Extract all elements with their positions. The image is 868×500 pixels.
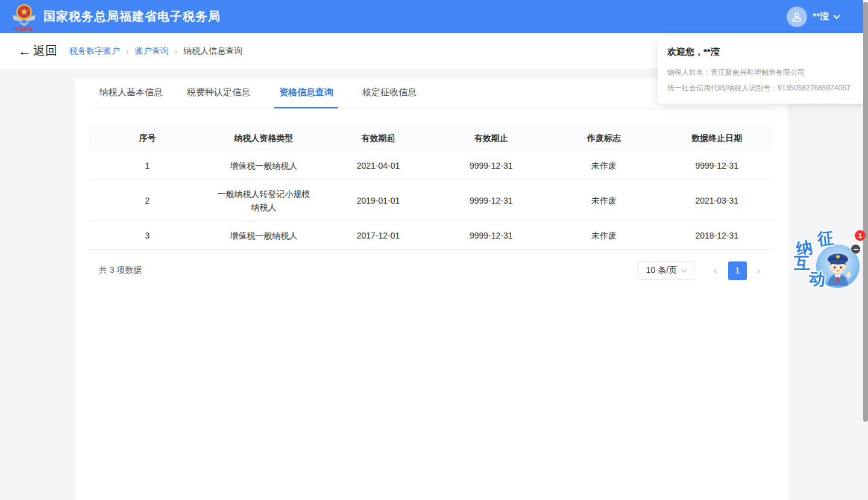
- table-footer: 共 3 项数据 10 条/页 ‹ 1 ›: [89, 261, 773, 280]
- table-cell: 2019-01-01: [322, 189, 435, 212]
- breadcrumb-current: 纳税人信息查询: [183, 46, 242, 57]
- credit-code-value: 91350582768597406T: [778, 84, 851, 92]
- breadcrumb-link-tax-digital-account[interactable]: 税务数字账户: [69, 46, 120, 57]
- widget-char-hu: 互: [794, 255, 810, 272]
- column-header-index: 序号: [89, 133, 206, 144]
- column-header-qualification-type: 纳税人资格类型: [206, 133, 322, 144]
- table-cell: 2018-12-31: [661, 224, 773, 247]
- welcome-greeting: 欢迎您，**滢: [667, 46, 857, 58]
- page-number-button[interactable]: 1: [728, 261, 747, 280]
- taxpayer-name-row: 纳税人姓名：晋江新南兴鞋塑制造有限公司: [667, 64, 857, 80]
- table-cell: 9999-12-31: [435, 189, 547, 212]
- svg-text:中国税务: 中国税务: [15, 27, 34, 32]
- tab-taxpayer-basic-info[interactable]: 纳税人基本信息: [99, 87, 163, 108]
- table-cell: 2: [89, 189, 206, 212]
- back-arrow-icon: ←: [18, 45, 31, 58]
- tab-qualification-query[interactable]: 资格信息查询: [274, 87, 338, 108]
- widget-char-zheng: 征: [817, 230, 835, 248]
- table-cell: 1: [89, 154, 206, 177]
- table-row: 3 增值税一般纳税人 2017-12-01 9999-12-31 未作废 201…: [89, 221, 773, 250]
- pagination: 10 条/页 ‹ 1 ›: [638, 261, 763, 280]
- table-cell: 未作废: [547, 189, 660, 212]
- table-row: 2 一般纳税人转登记小规模纳税人 2019-01-01 9999-12-31 未…: [89, 180, 773, 221]
- taxpayer-name-value: 晋江新南兴鞋塑制造有限公司: [711, 68, 805, 77]
- taxpayer-name-label: 纳税人姓名：: [667, 68, 711, 77]
- breadcrumb-link-account-query[interactable]: 账户查询: [135, 46, 169, 57]
- page-size-select[interactable]: 10 条/页: [638, 261, 694, 280]
- column-header-valid-to: 有效期止: [435, 133, 547, 144]
- table-cell: 未作废: [547, 224, 660, 247]
- table-cell: 未作废: [547, 154, 660, 177]
- page-size-value: 10 条/页: [646, 265, 677, 276]
- table-cell: 增值税一般纳税人: [206, 154, 322, 177]
- person-icon: [791, 11, 803, 23]
- content-card: 纳税人基本信息 税费种认定信息 资格信息查询 核定征收信息 序号 纳税人资格类型…: [75, 78, 788, 500]
- credit-code-row: 统一社会信用代码/纳税人识别号：91350582768597406T: [667, 80, 857, 96]
- tab-assessed-collection[interactable]: 核定征收信息: [362, 87, 417, 108]
- minimize-button[interactable]: [851, 244, 861, 254]
- app-title: 国家税务总局福建省电子税务局: [43, 8, 221, 25]
- table-cell: 9999-12-31: [661, 154, 773, 177]
- qualification-table: 序号 纳税人资格类型 有效期起 有效期止 作废标志 数据终止日期 1 增值税一般…: [89, 125, 773, 250]
- table-header-row: 序号 纳税人资格类型 有效期起 有效期止 作废标志 数据终止日期: [89, 125, 773, 151]
- interaction-widget[interactable]: 征 纳 互 动 1: [792, 228, 867, 296]
- table-cell: 9999-12-31: [435, 154, 547, 177]
- notification-badge: 1: [855, 230, 866, 241]
- table-cell: 一般纳税人转登记小规模纳税人: [206, 183, 322, 219]
- next-page-button[interactable]: ›: [754, 265, 763, 276]
- table-cell: 2017-12-01: [322, 224, 435, 247]
- back-label: 返回: [33, 43, 57, 59]
- table-cell: 增值税一般纳税人: [206, 224, 322, 247]
- widget-char-dong: 动: [808, 270, 826, 289]
- table-cell: 3: [89, 224, 206, 247]
- prev-page-button[interactable]: ‹: [711, 265, 720, 276]
- username[interactable]: **滢: [813, 11, 829, 22]
- app-header: 中国税务 国家税务总局福建省电子税务局 **滢: [0, 0, 868, 33]
- minus-icon: [854, 249, 858, 250]
- total-count-label: 共 3 项数据: [89, 265, 142, 276]
- tab-tax-type-determination[interactable]: 税费种认定信息: [187, 87, 250, 108]
- credit-code-label: 统一社会信用代码/纳税人识别号：: [667, 84, 778, 92]
- user-avatar[interactable]: [787, 7, 807, 27]
- column-header-valid-from: 有效期起: [322, 133, 435, 144]
- table-cell: 2021-03-31: [661, 189, 773, 212]
- chevron-down-icon: [681, 267, 687, 273]
- breadcrumb-separator: ›: [175, 46, 178, 56]
- chevron-down-icon[interactable]: [833, 12, 840, 19]
- back-button[interactable]: ← 返回: [18, 43, 57, 59]
- table-cell: 9999-12-31: [435, 224, 547, 247]
- table-row: 1 增值税一般纳税人 2021-04-01 9999-12-31 未作废 999…: [89, 151, 773, 180]
- table-cell: 2021-04-01: [322, 154, 435, 177]
- column-header-data-end-date: 数据终止日期: [661, 133, 773, 144]
- column-header-void-flag: 作废标志: [547, 133, 660, 144]
- breadcrumb: 税务数字账户 › 账户查询 › 纳税人信息查询: [69, 46, 242, 57]
- tax-emblem-logo: 中国税务: [10, 2, 38, 32]
- breadcrumb-separator: ›: [126, 46, 129, 56]
- user-info-panel: 欢迎您，**滢 纳税人姓名：晋江新南兴鞋塑制造有限公司 统一社会信用代码/纳税人…: [658, 36, 866, 104]
- scrollbar-thumb[interactable]: [863, 2, 868, 422]
